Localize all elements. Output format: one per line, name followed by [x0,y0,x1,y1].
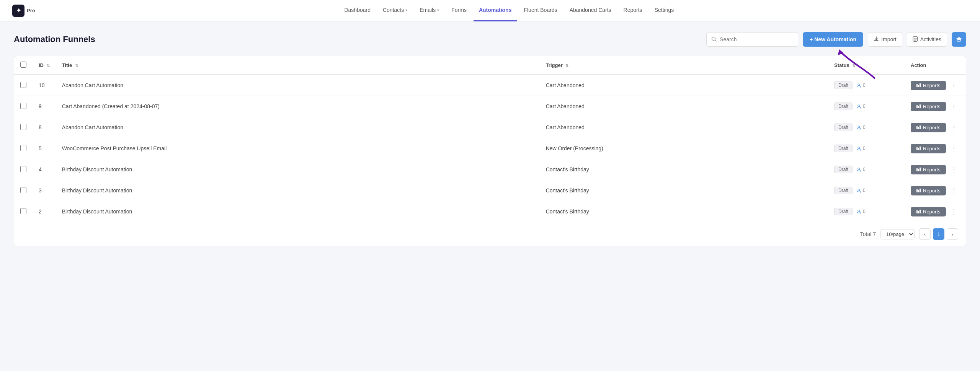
svg-line-2 [715,40,717,41]
reports-button[interactable]: Reports [911,123,946,132]
nav-item-reports[interactable]: Reports [618,0,648,21]
contact-count: 0 [856,83,866,88]
contact-count: 0 [856,188,866,193]
row-title[interactable]: WooCommerce Post Purchase Upsell Email [56,138,540,159]
row-status: Draft 0 [828,159,905,180]
contact-count: 0 [856,146,866,151]
header-status: Status ⇅ [828,56,905,75]
reports-button[interactable]: Reports [911,207,946,216]
row-checkbox-cell [14,75,33,96]
search-icon [711,36,717,43]
logo-area[interactable]: ✦ Pro [12,5,35,17]
pagination-prev[interactable]: ‹ [919,228,931,240]
reports-button[interactable]: Reports [911,102,946,111]
row-action: Reports ⋮ [905,138,966,159]
row-title[interactable]: Abandon Cart Automation [56,75,540,96]
reports-button[interactable]: Reports [911,144,946,153]
per-page-select[interactable]: 10/page [880,229,915,239]
more-options-button[interactable]: ⋮ [948,164,960,174]
row-title[interactable]: Cart Abandoned (Created at 2024-08-07) [56,96,540,117]
row-title[interactable]: Birthday Discount Automation [56,180,540,201]
row-title[interactable]: Birthday Discount Automation [56,159,540,180]
header-id: ID ⇅ [33,56,56,75]
row-action: Reports ⋮ [905,96,966,117]
svg-rect-13 [918,106,919,108]
nav-item-emails[interactable]: Emails▾ [414,0,444,21]
svg-point-31 [858,210,860,212]
search-box[interactable] [706,32,798,47]
svg-point-27 [858,189,860,191]
main-content: Automation Funnels + New Automation [0,21,980,257]
row-checkbox-cell [14,159,33,180]
row-checkbox-2[interactable] [20,124,26,130]
nav-item-abandoned-carts[interactable]: Abandoned Carts [564,0,617,21]
new-automation-button[interactable]: + New Automation [803,32,863,47]
status-badge: Draft [834,145,853,152]
search-input[interactable] [720,36,793,42]
row-checkbox-3[interactable] [20,145,26,151]
top-navigation: ✦ Pro DashboardContacts▾Emails▾FormsAuto… [0,0,980,21]
chevron-down-icon: ▾ [437,8,439,12]
nav-item-settings[interactable]: Settings [649,0,679,21]
svg-point-19 [858,147,860,149]
svg-rect-21 [918,148,919,150]
row-trigger: Contact's Birthday [540,201,828,222]
svg-rect-22 [920,146,921,150]
row-checkbox-cell [14,117,33,138]
svg-rect-34 [920,210,921,213]
header-checkbox-cell [14,56,33,75]
chevron-down-icon: ▾ [405,8,407,12]
hat-icon-button[interactable] [952,32,966,47]
row-title[interactable]: Birthday Discount Automation [56,201,540,222]
row-checkbox-1[interactable] [20,103,26,109]
status-badge: Draft [834,81,853,89]
reports-button[interactable]: Reports [911,186,946,195]
trigger-sort-icon[interactable]: ⇅ [565,63,568,68]
pagination-next[interactable]: › [947,228,958,240]
row-checkbox-0[interactable] [20,82,26,88]
more-options-button[interactable]: ⋮ [948,80,960,90]
status-badge: Draft [834,166,853,173]
more-options-button[interactable]: ⋮ [948,186,960,195]
more-options-button[interactable]: ⋮ [948,207,960,216]
row-trigger: New Order (Processing) [540,138,828,159]
more-options-button[interactable]: ⋮ [948,101,960,111]
more-options-button[interactable]: ⋮ [948,122,960,132]
row-checkbox-5[interactable] [20,187,26,193]
row-trigger: Cart Abandoned [540,75,828,96]
svg-rect-25 [918,169,919,171]
activities-button[interactable]: Activities [907,32,947,47]
status-sort-icon[interactable]: ⇅ [852,63,855,68]
row-checkbox-6[interactable] [20,208,26,214]
status-badge: Draft [834,187,853,194]
pagination-total: Total 7 [860,231,876,237]
contact-count: 0 [856,167,866,172]
row-trigger: Cart Abandoned [540,117,828,138]
row-trigger: Contact's Birthday [540,180,828,201]
nav-item-forms[interactable]: Forms [446,0,472,21]
more-options-button[interactable]: ⋮ [948,143,960,153]
import-button[interactable]: Import [868,32,902,47]
nav-item-dashboard[interactable]: Dashboard [339,0,376,21]
row-status: Draft 0 [828,201,905,222]
select-all-checkbox[interactable] [20,62,26,68]
row-action: Reports ⋮ [905,180,966,201]
id-sort-icon[interactable]: ⇅ [47,63,50,68]
row-checkbox-4[interactable] [20,166,26,172]
logo-pro-label: Pro [27,8,35,13]
nav-item-fluent-boards[interactable]: Fluent Boards [518,0,562,21]
row-title[interactable]: Abandon Cart Automation [56,117,540,138]
reports-button[interactable]: Reports [911,165,946,174]
reports-button[interactable]: Reports [911,81,946,90]
svg-rect-28 [916,189,918,192]
svg-rect-20 [916,147,918,150]
nav-item-automations[interactable]: Automations [474,0,517,21]
table-row: 3 Birthday Discount Automation Contact's… [14,180,966,201]
row-id: 5 [33,138,56,159]
title-sort-icon[interactable]: ⇅ [75,63,78,68]
row-id: 3 [33,180,56,201]
svg-rect-16 [916,126,918,129]
pagination-page-1[interactable]: 1 [933,228,944,240]
table-row: 10 Abandon Cart Automation Cart Abandone… [14,75,966,96]
nav-item-contacts[interactable]: Contacts▾ [377,0,413,21]
